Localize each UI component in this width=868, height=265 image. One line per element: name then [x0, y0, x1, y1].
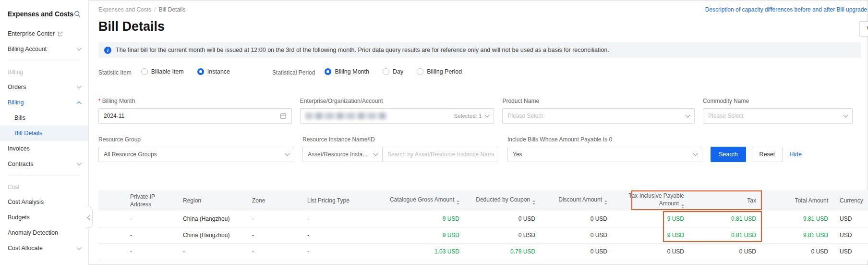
sidebar-item-invoices[interactable]: Invoices	[0, 141, 88, 156]
radio-unchecked-icon[interactable]	[383, 68, 389, 75]
sidebar-item-bills[interactable]: Bills	[0, 110, 88, 126]
sidebar-item-cost-allocate[interactable]: Cost Allocate	[0, 240, 88, 256]
sort-icon[interactable]	[681, 204, 684, 209]
product-name-label: Product Name	[502, 98, 695, 104]
resource-instance-type-select[interactable]: Asset/Resource Insta...	[302, 147, 383, 162]
column-header-deducted-by-coupon[interactable]: Deducted by Coupon	[465, 190, 541, 211]
column-header-total-amount: Total Amount	[762, 190, 834, 211]
table-cell: 0 USD	[690, 243, 762, 260]
column-header-label: Private IP Address	[130, 193, 155, 208]
radio-option-billing-month[interactable]: Billing Month	[325, 68, 369, 75]
sidebar-item-cost-analysis[interactable]: Cost Analysis	[0, 194, 88, 210]
product-name-select[interactable]: Please Select	[502, 108, 695, 124]
breadcrumb-section[interactable]: Expenses and Costs	[98, 6, 151, 13]
resource-instance-label: Resource Instance Name/ID	[302, 136, 499, 143]
sidebar-item-label: Billing Account	[8, 46, 47, 52]
table-cell: 0 USD	[762, 243, 834, 260]
column-header-currency: Currency	[834, 190, 868, 211]
resource-group-select[interactable]: All Resource Groups	[98, 147, 294, 162]
radio-option-instance[interactable]: Instance	[197, 68, 230, 75]
resource-group-field: Resource Group All Resource Groups	[98, 136, 294, 162]
statistical-period-label: Statistical Period	[272, 69, 315, 76]
sidebar-item-budgets[interactable]: Budgets	[0, 210, 88, 225]
resource-instance-combo: Asset/Resource Insta...	[302, 147, 499, 162]
statistic-item-label: Statistic Item	[98, 69, 132, 76]
table-row: -China (Hangzhou)--9 USD0 USD0 USD9 USD0…	[98, 211, 868, 227]
resource-group-value: All Resource Groups	[104, 151, 157, 158]
sidebar-item-orders[interactable]: Orders	[0, 79, 88, 95]
sidebar-item-label: Enterprise Center	[8, 30, 55, 37]
view-button[interactable]: View	[859, 21, 868, 37]
sidebar-item-label: Bills	[14, 114, 25, 121]
table-cell: -	[177, 243, 246, 260]
billing-month-label: *Billing Month	[98, 98, 292, 104]
column-header-label: Catalogue Gross Amount	[390, 196, 454, 203]
sort-icon[interactable]	[457, 200, 459, 205]
radio-unchecked-icon[interactable]	[417, 68, 423, 75]
resource-group-label: Resource Group	[98, 136, 294, 143]
bill-table: Private IP AddressRegionZoneList Pricing…	[98, 190, 868, 260]
product-name-field: Product Name Please Select	[502, 98, 695, 124]
page-title: Bill Details	[98, 18, 861, 35]
sidebar-item-anomaly-detection[interactable]: Anomaly Detection	[0, 225, 88, 240]
radio-checked-icon[interactable]	[197, 68, 204, 75]
sidebar-item-billing-account[interactable]: Billing Account	[0, 41, 88, 57]
search-icon[interactable]	[74, 11, 81, 17]
table-cell: -	[301, 211, 376, 227]
sidebar-header: Expenses and Costs	[0, 7, 88, 21]
sidebar-item-bill-details[interactable]: Bill Details	[0, 126, 88, 141]
table-header-row: Private IP AddressRegionZoneList Pricing…	[98, 190, 868, 211]
hide-link[interactable]: Hide	[789, 151, 802, 158]
sidebar-item-enterprise-center[interactable]: Enterprise Center	[0, 26, 88, 41]
sidebar-item-contracts[interactable]: Contracts	[0, 156, 88, 172]
radio-checked-icon[interactable]	[325, 68, 331, 75]
include-zero-bills-value: Yes	[513, 151, 522, 158]
filter-actions: Search Reset Hide	[711, 147, 802, 162]
radio-unchecked-icon[interactable]	[141, 68, 148, 75]
table-cell: -	[124, 243, 177, 260]
statistic-filters: Statistic Item Billable ItemInstance Sta…	[98, 68, 861, 76]
table-cell: 9 USD	[376, 227, 465, 243]
table-cell: 0.81 USD	[690, 227, 762, 243]
sidebar-title: Expenses and Costs	[8, 10, 73, 18]
column-header-catalogue-gross-amount[interactable]: Catalogue Gross Amount	[376, 190, 465, 211]
column-header-label: Region	[183, 197, 201, 204]
radio-option-billing-period[interactable]: Billing Period	[417, 68, 462, 75]
column-header-discount-amount[interactable]: Discount Amount	[541, 190, 613, 211]
table-cell: 0 USD	[541, 227, 613, 243]
calendar-icon[interactable]	[280, 113, 287, 119]
radio-option-billable-item[interactable]: Billable Item	[141, 68, 184, 75]
table-cell: USD	[834, 243, 868, 260]
column-header-private-ip-address: Private IP Address	[124, 190, 177, 211]
table-cell: 0 USD	[613, 243, 690, 260]
column-header-label: List Pricing Type	[307, 197, 350, 204]
sidebar-collapse-handle[interactable]	[85, 207, 93, 228]
table-cell: 0 USD	[465, 227, 541, 243]
table-cell	[98, 211, 124, 227]
redacted-account-text	[305, 113, 387, 119]
sort-icon[interactable]	[604, 200, 607, 205]
include-zero-bills-select[interactable]: Yes	[507, 147, 702, 162]
column-header-tax-inclusive-payable-amount[interactable]: Tax-inclusive Payable Amount	[613, 190, 690, 211]
search-button[interactable]: Search	[711, 147, 746, 162]
chevron-down-icon	[77, 84, 82, 88]
billing-month-input[interactable]: 2024-11	[98, 108, 292, 124]
commodity-name-select[interactable]: Please Select	[703, 108, 853, 124]
required-asterisk: *	[98, 98, 101, 104]
sidebar-item-billing[interactable]: Billing	[0, 95, 88, 110]
breadcrumb-current: Bill Details	[158, 6, 185, 13]
sort-icon[interactable]	[532, 200, 535, 205]
table-cell: 9 USD	[376, 211, 465, 227]
resource-instance-search-input[interactable]	[383, 147, 499, 162]
product-name-placeholder: Please Select	[507, 113, 542, 119]
resource-instance-field: Resource Instance Name/ID Asset/Resource…	[302, 136, 499, 162]
chevron-up-icon	[77, 101, 82, 106]
radio-option-day[interactable]: Day	[383, 68, 403, 75]
table-row: -China (Hangzhou)--9 USD0 USD0 USD9 USD0…	[98, 227, 868, 243]
table-cell: -	[124, 227, 177, 243]
enterprise-account-select[interactable]: Selected: 1	[300, 108, 494, 124]
capacity-differences-link[interactable]: Description of capacity differences befo…	[705, 6, 867, 13]
reset-button[interactable]: Reset	[752, 147, 783, 162]
main-content: Expenses and Costs/Bill Details Descript…	[89, 0, 868, 265]
chevron-down-icon	[686, 113, 690, 117]
